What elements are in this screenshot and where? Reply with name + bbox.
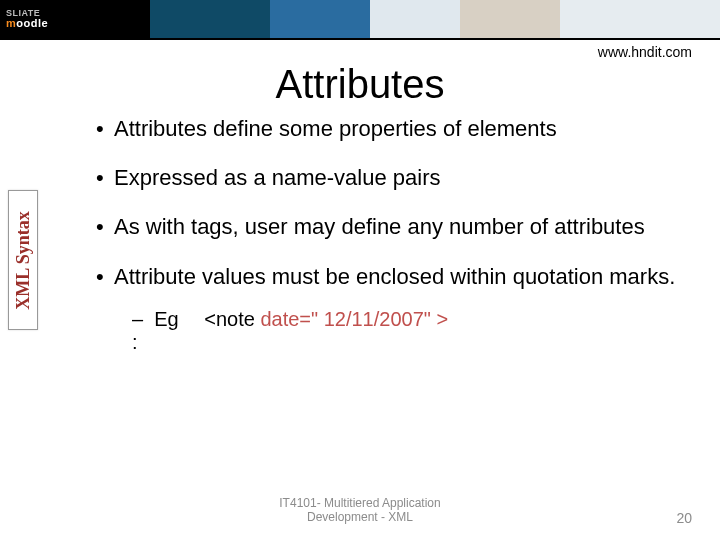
bullet-item: • As with tags, user may define any numb…: [96, 209, 690, 244]
bullet-item: • Attribute values must be enclosed with…: [96, 259, 690, 294]
content-area: • Attributes define some properties of e…: [0, 107, 720, 354]
source-url: www.hndit.com: [0, 40, 720, 60]
code-prefix: <note: [204, 308, 260, 330]
footer: IT4101- Multitiered Application Developm…: [0, 496, 720, 530]
page-number: 20: [676, 510, 692, 526]
bullet-item: • Attributes define some properties of e…: [96, 111, 690, 146]
sub-dash-icon: – Eg :: [132, 308, 182, 354]
bullet-text: As with tags, user may define any number…: [114, 209, 690, 244]
bullet-text: Attributes define some properties of ele…: [114, 111, 690, 146]
footer-line1: IT4101- Multitiered Application: [279, 496, 440, 510]
example-code: <note date=" 12/11/2007" >: [182, 308, 448, 354]
bullet-text: Expressed as a name-value pairs: [114, 160, 690, 195]
footer-text: IT4101- Multitiered Application Developm…: [279, 496, 440, 525]
bullet-dot-icon: •: [96, 259, 114, 294]
banner-image: SLIATE moodle: [0, 0, 720, 38]
example-label: Eg :: [132, 308, 179, 353]
bullet-dot-icon: •: [96, 209, 114, 244]
slide-title: Attributes: [0, 62, 720, 107]
bullet-item: • Expressed as a name-value pairs: [96, 160, 690, 195]
footer-line2: Development - XML: [279, 510, 440, 524]
slide: SLIATE moodle www.hndit.com Attributes X…: [0, 0, 720, 540]
bullet-dot-icon: •: [96, 111, 114, 146]
example-line: – Eg : <note date=" 12/11/2007" >: [132, 308, 690, 354]
banner-brand: SLIATE moodle: [0, 9, 48, 29]
bullet-dot-icon: •: [96, 160, 114, 195]
code-highlight: date=" 12/11/2007" >: [260, 308, 448, 330]
banner-brand-text: moodle: [6, 18, 48, 29]
bullet-text: Attribute values must be enclosed within…: [114, 259, 690, 294]
